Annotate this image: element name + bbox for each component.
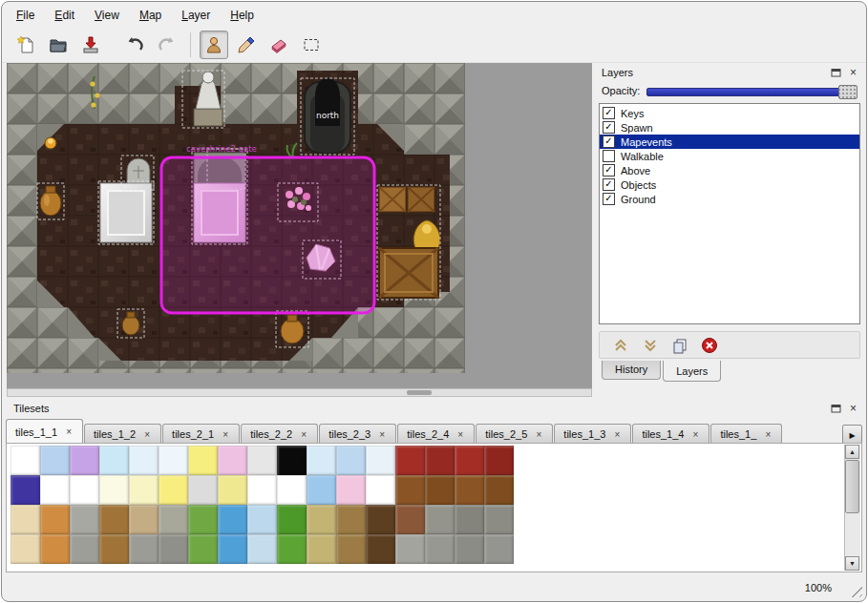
tileset-tab[interactable]: tiles_1_4 × bbox=[632, 424, 709, 444]
layer-row-spawn[interactable]: ✓ Spawn bbox=[600, 120, 859, 135]
palette-tile[interactable] bbox=[247, 475, 277, 505]
palette-tile[interactable] bbox=[159, 446, 188, 475]
tileset-tab[interactable]: tiles_1_2 × bbox=[84, 424, 161, 444]
menu-layer[interactable]: Layer bbox=[180, 7, 212, 24]
scrollbar-thumb[interactable] bbox=[845, 460, 859, 513]
palette-tile[interactable] bbox=[218, 446, 247, 475]
layer-checkbox[interactable]: ✓ bbox=[603, 121, 615, 134]
selection-rectangle[interactable] bbox=[161, 157, 374, 313]
palette-tile[interactable] bbox=[188, 505, 218, 534]
palette-tile[interactable] bbox=[40, 534, 70, 564]
palette-tile[interactable] bbox=[218, 475, 247, 505]
layer-checkbox[interactable]: ✓ bbox=[603, 193, 615, 205]
palette-tile[interactable] bbox=[70, 505, 99, 534]
palette-tile[interactable] bbox=[395, 505, 425, 534]
palette-tile[interactable] bbox=[336, 505, 366, 534]
palette-tile[interactable] bbox=[395, 475, 425, 505]
menu-map[interactable]: Map bbox=[138, 7, 163, 24]
layer-checkbox[interactable]: ✓ bbox=[603, 135, 615, 148]
tileset-tab[interactable]: tiles_1_ × bbox=[710, 424, 782, 444]
palette-tile[interactable] bbox=[129, 505, 159, 534]
palette-tile[interactable] bbox=[70, 534, 99, 564]
eraser-tool-button[interactable] bbox=[265, 31, 293, 59]
resize-grip[interactable] bbox=[849, 584, 862, 597]
undo-button[interactable] bbox=[120, 31, 149, 59]
palette-tile[interactable] bbox=[218, 534, 247, 564]
redo-button[interactable] bbox=[153, 31, 181, 59]
palette-tile[interactable] bbox=[159, 475, 188, 505]
palette-tile[interactable] bbox=[366, 446, 395, 475]
palette-tile[interactable] bbox=[277, 475, 307, 505]
close-tab-icon[interactable]: × bbox=[64, 426, 74, 437]
layer-checkbox[interactable]: ✓ bbox=[603, 164, 615, 177]
palette-tile[interactable] bbox=[99, 475, 129, 505]
scroll-down-icon[interactable]: ▼ bbox=[845, 556, 859, 571]
palette-tile[interactable] bbox=[425, 534, 455, 564]
close-tab-icon[interactable]: × bbox=[534, 429, 543, 440]
palette-tile[interactable] bbox=[484, 505, 514, 534]
layer-row-objects[interactable]: ✓ Objects bbox=[600, 177, 859, 192]
palette-tile[interactable] bbox=[188, 534, 218, 564]
close-dock-icon[interactable]: × bbox=[846, 66, 860, 79]
select-tool-button[interactable] bbox=[297, 31, 326, 59]
scrollbar-thumb[interactable] bbox=[407, 390, 432, 395]
palette-tile[interactable] bbox=[455, 505, 484, 534]
map-canvas[interactable]: north bbox=[7, 63, 592, 388]
palette-tile[interactable] bbox=[455, 534, 484, 564]
layer-row-above[interactable]: ✓ Above bbox=[600, 163, 859, 177]
new-file-button[interactable] bbox=[11, 31, 40, 59]
palette-tile[interactable] bbox=[307, 446, 336, 475]
close-dock-icon[interactable]: × bbox=[846, 402, 860, 415]
tileset-tab[interactable]: tiles_2_4 × bbox=[397, 424, 475, 444]
tab-layers[interactable]: Layers bbox=[663, 361, 721, 382]
save-file-button[interactable] bbox=[76, 31, 105, 59]
map-horizontal-scrollbar[interactable] bbox=[7, 388, 592, 397]
layer-row-walkable[interactable]: Walkable bbox=[600, 149, 859, 163]
palette-tile[interactable] bbox=[11, 475, 40, 505]
palette-tile[interactable] bbox=[455, 475, 484, 505]
palette-tile[interactable] bbox=[395, 446, 425, 475]
palette-tile[interactable] bbox=[11, 505, 40, 534]
palette-tile[interactable] bbox=[70, 446, 99, 475]
character-tool-button[interactable] bbox=[200, 31, 228, 59]
close-tab-icon[interactable]: × bbox=[299, 429, 308, 440]
tileset-tab[interactable]: tiles_1_1 × bbox=[6, 419, 83, 444]
palette-tile[interactable] bbox=[159, 505, 188, 534]
tab-history[interactable]: History bbox=[602, 361, 661, 380]
palette-tile[interactable] bbox=[40, 505, 70, 534]
menu-file[interactable]: File bbox=[14, 7, 36, 24]
layer-checkbox[interactable]: ✓ bbox=[603, 107, 615, 119]
tileset-tab[interactable]: tiles_2_3 × bbox=[319, 424, 396, 444]
palette-tile[interactable] bbox=[307, 534, 336, 564]
palette-tile[interactable] bbox=[129, 475, 159, 505]
palette-tile[interactable] bbox=[188, 446, 218, 475]
palette-tile[interactable] bbox=[336, 534, 366, 564]
close-tab-icon[interactable]: × bbox=[221, 429, 230, 440]
palette-tile[interactable] bbox=[277, 505, 307, 534]
palette-tile[interactable] bbox=[99, 534, 129, 564]
close-tab-icon[interactable]: × bbox=[377, 429, 387, 440]
close-tab-icon[interactable]: × bbox=[142, 429, 152, 440]
float-dock-icon[interactable] bbox=[829, 402, 843, 415]
palette-tile[interactable] bbox=[307, 505, 336, 534]
close-tab-icon[interactable]: × bbox=[612, 429, 622, 440]
palette-tile[interactable] bbox=[159, 534, 188, 564]
palette-tile[interactable] bbox=[484, 534, 514, 564]
palette-tile[interactable] bbox=[336, 446, 366, 475]
palette-tile[interactable] bbox=[11, 446, 40, 475]
palette-tile[interactable] bbox=[425, 505, 455, 534]
paint-tool-button[interactable] bbox=[232, 31, 261, 59]
palette-tile[interactable] bbox=[99, 446, 129, 475]
palette-tile[interactable] bbox=[11, 534, 40, 564]
palette-tile[interactable] bbox=[425, 446, 455, 475]
palette-tile[interactable] bbox=[336, 475, 366, 505]
close-tab-icon[interactable]: × bbox=[763, 429, 773, 440]
palette-tile[interactable] bbox=[395, 534, 425, 564]
tileset-tab[interactable]: tiles_2_1 × bbox=[162, 424, 240, 444]
palette-tile[interactable] bbox=[99, 505, 129, 534]
raise-layer-button[interactable] bbox=[610, 335, 630, 355]
close-tab-icon[interactable]: × bbox=[690, 429, 700, 440]
scroll-up-icon[interactable]: ▲ bbox=[845, 445, 859, 459]
layer-checkbox[interactable]: ✓ bbox=[603, 178, 615, 191]
palette-tile[interactable] bbox=[425, 475, 455, 505]
